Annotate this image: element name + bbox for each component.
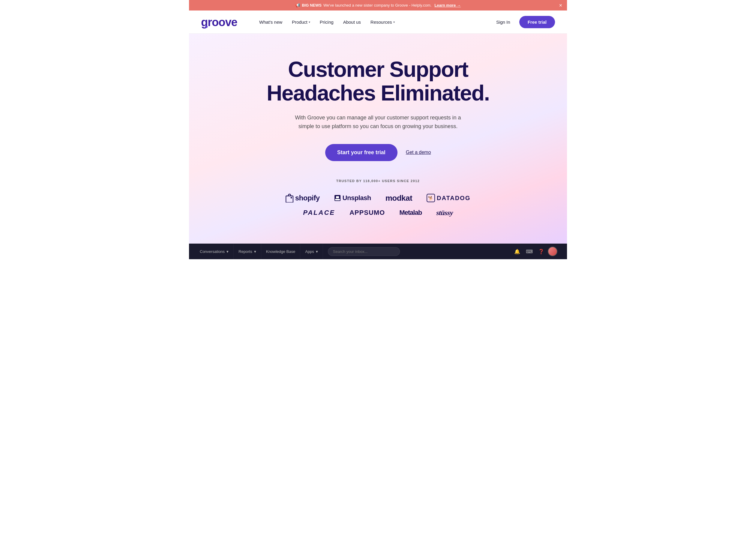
shopify-icon	[286, 194, 294, 202]
app-bar-search-box	[323, 244, 508, 259]
nav-about-us[interactable]: About us	[339, 17, 365, 27]
help-icon[interactable]: ❓	[536, 246, 547, 257]
start-trial-button[interactable]: Start your free trial	[325, 144, 398, 161]
apps-chevron-icon: ▾	[316, 249, 318, 254]
svg-rect-5	[336, 196, 339, 198]
keyboard-icon[interactable]: ⌨	[524, 246, 535, 257]
brand-logos-row-2: PALACE APPSUMO Metalab stüssy	[303, 209, 453, 217]
svg-point-3	[291, 197, 292, 199]
hero-section: Customer Support Headaches Eliminated. W…	[189, 34, 567, 244]
notification-bell-icon[interactable]: 🔔	[512, 246, 523, 257]
get-demo-link[interactable]: Get a demo	[406, 150, 431, 155]
trusted-text: TRUSTED BY 118,000+ USERS SINCE 2012	[336, 179, 420, 183]
nav-resources[interactable]: Resources ▾	[366, 17, 399, 27]
app-bar-knowledge-base[interactable]: Knowledge Base	[261, 244, 301, 259]
hero-subtitle: With Groove you can manage all your cust…	[294, 113, 462, 131]
app-bar-reports[interactable]: Reports ▾	[234, 244, 261, 259]
reports-chevron-icon: ▾	[254, 249, 256, 254]
modkat-logo: modkat	[386, 194, 412, 203]
sign-in-button[interactable]: Sign In	[492, 17, 515, 27]
nav-links: What's new Product ▾ Pricing About us Re…	[255, 17, 492, 27]
app-bar-conversations[interactable]: Conversations ▾	[195, 244, 234, 259]
appsumo-logo: APPSUMO	[349, 209, 385, 216]
unsplash-logo: Unsplash	[334, 194, 371, 202]
app-bar: Conversations ▾ Reports ▾ Knowledge Base…	[189, 244, 567, 259]
banner-close-button[interactable]: ×	[559, 3, 562, 8]
resources-chevron-icon: ▾	[393, 20, 395, 24]
brand-logos-row-1: shopify Unsplash modkat 🐕	[286, 194, 470, 203]
nav-product[interactable]: Product ▾	[288, 17, 315, 27]
svg-rect-2	[286, 196, 293, 202]
shopify-logo: shopify	[286, 194, 320, 202]
banner-message: We've launched a new sister company to G…	[323, 3, 432, 8]
announcement-banner: 📢 BIG NEWS We've launched a new sister c…	[189, 0, 567, 11]
stussy-logo: stüssy	[436, 209, 453, 217]
brand-logos-grid: shopify Unsplash modkat 🐕	[286, 194, 470, 217]
conversations-chevron-icon: ▾	[226, 249, 229, 254]
banner-big-news-label: BIG NEWS	[302, 3, 321, 8]
banner-emoji: 📢	[295, 3, 300, 8]
hero-title: Customer Support Headaches Eliminated.	[267, 58, 489, 105]
hero-cta-group: Start your free trial Get a demo	[325, 144, 431, 161]
product-chevron-icon: ▾	[309, 20, 310, 24]
banner-learn-more-link[interactable]: Learn more →	[435, 3, 460, 8]
nav-pricing[interactable]: Pricing	[315, 17, 338, 27]
datadog-logo: 🐕 DATADOG	[427, 194, 470, 202]
free-trial-nav-button[interactable]: Free trial	[519, 16, 555, 28]
logo-svg: groove	[201, 15, 243, 29]
user-avatar[interactable]	[548, 247, 558, 256]
unsplash-icon	[334, 195, 341, 201]
app-bar-right-icons: 🔔 ⌨ ❓	[508, 246, 561, 257]
palace-logo: PALACE	[303, 209, 335, 216]
svg-point-1	[205, 26, 207, 28]
metalab-logo: Metalab	[399, 209, 422, 216]
nav-actions: Sign In Free trial	[492, 16, 555, 28]
app-bar-apps[interactable]: Apps ▾	[300, 244, 323, 259]
nav-whats-new[interactable]: What's new	[255, 17, 287, 27]
logo[interactable]: groove	[201, 15, 243, 29]
svg-rect-6	[335, 199, 340, 201]
svg-text:🐕: 🐕	[428, 196, 434, 201]
main-navbar: groove What's new Product ▾ Pricing Abou…	[189, 11, 567, 34]
datadog-icon: 🐕	[427, 194, 435, 202]
search-input[interactable]	[328, 247, 400, 256]
